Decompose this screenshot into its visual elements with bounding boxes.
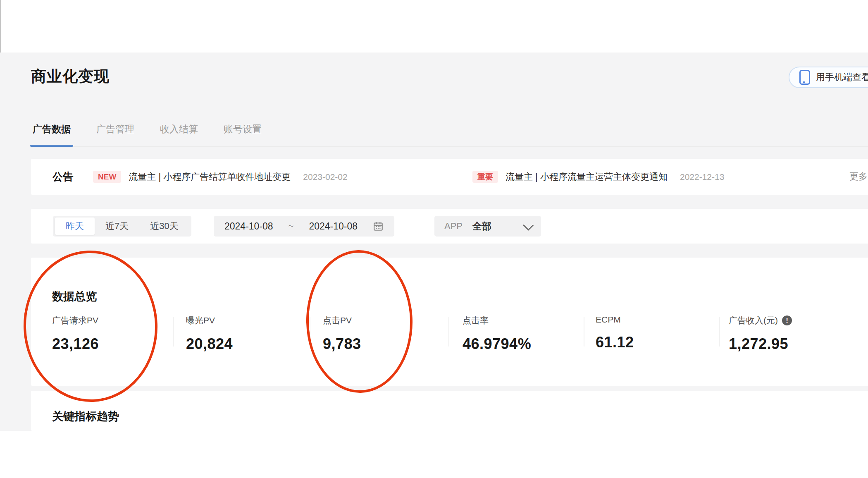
announcement-link-2[interactable]: 流量主 | 小程序流量主运营主体变更通知 <box>506 171 668 183</box>
metric-ad-revenue: 广告收入(元) ! 1,272.95 <box>729 315 792 353</box>
announcement-bar: 公告 NEW 流量主 | 小程序广告结算单收件地址变更 2023-02-02 重… <box>31 159 868 195</box>
metric-value: 61.12 <box>596 334 634 351</box>
announcement-link-1[interactable]: 流量主 | 小程序广告结算单收件地址变更 <box>129 171 291 183</box>
metric-divider <box>448 317 449 347</box>
date-range-picker[interactable]: 2024-10-08 ~ 2024-10-08 <box>214 216 394 237</box>
date-end: 2024-10-08 <box>309 221 358 232</box>
metric-label: 曝光PV <box>186 315 233 326</box>
metric-label: 广告收入(元) ! <box>729 315 792 326</box>
date-quick-range-segmented: 昨天 近7天 近30天 <box>53 216 191 237</box>
tab-account-settings[interactable]: 账号设置 <box>222 123 263 146</box>
metric-divider <box>719 317 720 347</box>
metric-divider <box>584 317 584 347</box>
announcement-item-2: 重要 流量主 | 小程序流量主运营主体变更通知 2022-12-13 <box>472 159 724 195</box>
metric-label-text: 广告收入(元) <box>729 315 778 326</box>
tab-income-settlement[interactable]: 收入结算 <box>158 123 200 146</box>
new-badge: NEW <box>93 171 121 183</box>
date-separator: ~ <box>289 221 294 232</box>
view-on-mobile-label: 用手机端查看数据 <box>816 71 868 84</box>
monetization-dashboard: 商业化变现 用手机端查看数据 广告数据 广告管理 收入结算 账号设置 公告 NE… <box>0 0 868 478</box>
view-on-mobile-button[interactable]: 用手机端查看数据 <box>789 67 868 88</box>
important-badge: 重要 <box>472 171 498 183</box>
metric-exposure-pv: 曝光PV 20,824 <box>186 315 233 353</box>
announcement-date-1: 2023-02-02 <box>303 172 347 182</box>
range-yesterday-button[interactable]: 昨天 <box>55 217 95 235</box>
phone-icon <box>799 70 810 85</box>
left-edge-divider <box>0 0 1 54</box>
metric-label: ECPM <box>596 315 634 325</box>
date-start: 2024-10-08 <box>224 221 273 232</box>
key-trends-card: 关键指标趋势 <box>31 391 868 431</box>
tab-bar: 广告数据 广告管理 收入结算 账号设置 <box>31 123 868 147</box>
announcement-label: 公告 <box>52 170 73 184</box>
app-select-label: APP <box>444 221 463 232</box>
range-last7days-button[interactable]: 近7天 <box>95 217 139 235</box>
calendar-icon <box>373 221 384 232</box>
metric-label: 点击率 <box>463 315 531 326</box>
metric-value: 1,272.95 <box>729 335 792 353</box>
page-title: 商业化变现 <box>31 66 110 87</box>
app-select-dropdown[interactable]: APP 全部 <box>434 216 541 237</box>
metric-click-rate: 点击率 46.9794% <box>463 315 531 353</box>
filter-bar: 昨天 近7天 近30天 2024-10-08 ~ 2024-10-08 APP … <box>31 209 868 244</box>
metric-value: 20,824 <box>186 335 233 353</box>
more-link[interactable]: 更多 <box>849 170 868 183</box>
metric-value: 46.9794% <box>463 335 531 353</box>
chevron-down-icon <box>523 220 534 231</box>
info-icon[interactable]: ! <box>782 315 792 325</box>
tab-ad-management[interactable]: 广告管理 <box>95 123 136 146</box>
metric-ecpm: ECPM 61.12 <box>596 315 634 351</box>
app-select-value: 全部 <box>472 220 491 233</box>
range-last30days-button[interactable]: 近30天 <box>139 217 189 235</box>
announcement-date-2: 2022-12-13 <box>680 172 724 182</box>
tab-ad-data[interactable]: 广告数据 <box>31 123 72 146</box>
metric-divider <box>173 317 174 347</box>
trends-title: 关键指标趋势 <box>52 409 119 424</box>
